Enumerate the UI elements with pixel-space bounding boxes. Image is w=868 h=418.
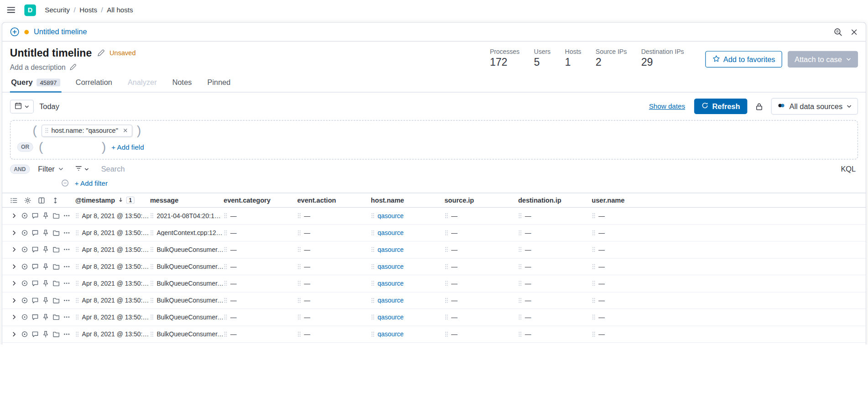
drag-handle-icon[interactable] xyxy=(518,297,522,303)
cell-destination-ip[interactable]: — xyxy=(518,280,592,287)
drag-handle-icon[interactable] xyxy=(371,331,374,337)
cell-source-ip[interactable]: — xyxy=(445,246,518,253)
cell-user-name[interactable]: — xyxy=(592,331,665,338)
data-providers-dropzone[interactable]: ( host.name: "qasource" ) OR ( ) + Add xyxy=(10,120,858,159)
more-actions-icon[interactable] xyxy=(62,263,70,270)
breadcrumb-hosts[interactable]: Hosts xyxy=(79,6,97,14)
drag-handle-icon[interactable] xyxy=(445,280,448,286)
cell-event-action[interactable]: — xyxy=(297,213,371,219)
pin-event-icon[interactable] xyxy=(42,330,49,338)
tab-correlation[interactable]: Correlation xyxy=(74,75,113,93)
cell-host-name[interactable]: qasource xyxy=(371,297,444,304)
cell-event-action[interactable]: — xyxy=(297,297,371,304)
add-to-favorites-button[interactable]: Add to favorites xyxy=(705,51,783,68)
investigate-icon[interactable] xyxy=(21,229,28,236)
drag-handle-icon[interactable] xyxy=(223,297,227,303)
drag-handle-icon[interactable] xyxy=(518,263,522,269)
drag-handle-icon[interactable] xyxy=(223,314,227,320)
new-timeline-icon[interactable] xyxy=(10,27,20,37)
cell-message[interactable]: AgentContext.cpp:125 Agent... xyxy=(150,230,223,236)
expand-row-icon[interactable] xyxy=(10,280,18,286)
drag-handle-icon[interactable] xyxy=(592,297,595,303)
cell-message[interactable]: BulkQueueConsumer.cpp:24... xyxy=(150,331,223,338)
tab-pinned[interactable]: Pinned xyxy=(206,75,232,93)
view-details-icon[interactable] xyxy=(52,297,60,304)
pin-event-icon[interactable] xyxy=(42,280,49,287)
cell-event-category[interactable]: — xyxy=(223,213,297,219)
breadcrumb-security[interactable]: Security xyxy=(45,6,70,14)
more-actions-icon[interactable] xyxy=(62,314,70,321)
add-note-icon[interactable] xyxy=(31,330,39,338)
cell-event-category[interactable]: — xyxy=(223,297,297,304)
cell-event-category[interactable]: — xyxy=(223,314,297,321)
add-note-icon[interactable] xyxy=(31,212,39,219)
pin-event-icon[interactable] xyxy=(42,246,49,253)
tab-notes[interactable]: Notes xyxy=(171,75,193,93)
cell-event-action[interactable]: — xyxy=(297,246,371,253)
drag-handle-icon[interactable] xyxy=(297,246,301,252)
column-header-event-action[interactable]: event.action xyxy=(297,196,371,204)
drag-handle-icon[interactable] xyxy=(518,246,522,252)
date-range-label[interactable]: Today xyxy=(39,102,59,110)
column-header-source-ip[interactable]: source.ip xyxy=(445,196,518,204)
drag-handle-icon[interactable] xyxy=(75,314,79,320)
drag-handle-icon[interactable] xyxy=(150,331,154,337)
refresh-button[interactable]: Refresh xyxy=(694,99,747,114)
expand-row-icon[interactable] xyxy=(10,297,18,303)
drag-handle-icon[interactable] xyxy=(592,213,595,219)
drag-handle-icon[interactable] xyxy=(297,297,301,303)
more-actions-icon[interactable] xyxy=(62,229,70,236)
expand-row-icon[interactable] xyxy=(10,263,18,269)
show-dates-link[interactable]: Show dates xyxy=(649,103,685,110)
column-header-destination-ip[interactable]: destination.ip xyxy=(518,196,592,204)
drag-handle-icon[interactable] xyxy=(592,314,595,320)
drag-handle-icon[interactable] xyxy=(150,213,154,219)
inspect-icon[interactable] xyxy=(834,27,842,36)
cell-host-name[interactable]: qasource xyxy=(371,331,444,338)
columns-icon[interactable] xyxy=(38,196,46,204)
cell-timestamp[interactable]: Apr 8, 2021 @ 13:50:00.185 xyxy=(75,263,150,270)
drag-handle-icon[interactable] xyxy=(297,230,301,235)
drag-handle-icon[interactable] xyxy=(75,263,79,269)
cell-host-name[interactable]: qasource xyxy=(371,280,444,287)
add-note-icon[interactable] xyxy=(31,297,39,304)
add-note-icon[interactable] xyxy=(31,263,39,270)
drag-handle-icon[interactable] xyxy=(75,331,79,337)
drag-handle-icon[interactable] xyxy=(445,314,448,320)
drag-handle-icon[interactable] xyxy=(297,280,301,286)
cell-host-name[interactable]: qasource xyxy=(371,263,444,270)
cell-timestamp[interactable]: Apr 8, 2021 @ 13:50:00.185 xyxy=(75,246,150,253)
investigate-icon[interactable] xyxy=(21,263,28,270)
cell-timestamp[interactable]: Apr 8, 2021 @ 13:50:00.185 xyxy=(75,297,150,304)
expand-row-icon[interactable] xyxy=(10,230,18,235)
row-density-icon[interactable] xyxy=(10,196,18,204)
drag-handle-icon[interactable] xyxy=(45,127,48,133)
drag-handle-icon[interactable] xyxy=(592,263,595,269)
edit-title-icon[interactable] xyxy=(97,49,104,57)
view-details-icon[interactable] xyxy=(52,280,60,287)
cell-timestamp[interactable]: Apr 8, 2021 @ 13:50:00.185 xyxy=(75,331,150,338)
drag-handle-icon[interactable] xyxy=(297,331,301,337)
cell-message[interactable]: BulkQueueConsumer.cpp:24... xyxy=(150,263,223,270)
column-header-user-name[interactable]: user.name xyxy=(592,196,665,204)
cell-user-name[interactable]: — xyxy=(592,246,665,253)
drag-handle-icon[interactable] xyxy=(75,213,79,219)
cell-user-name[interactable]: — xyxy=(592,263,665,270)
drag-handle-icon[interactable] xyxy=(371,213,374,219)
expand-row-icon[interactable] xyxy=(10,314,18,320)
cell-timestamp[interactable]: Apr 8, 2021 @ 13:50:12.281 xyxy=(75,230,150,236)
drag-handle-icon[interactable] xyxy=(150,246,154,252)
drag-handle-icon[interactable] xyxy=(75,297,79,303)
drag-handle-icon[interactable] xyxy=(445,297,448,303)
cell-event-category[interactable]: — xyxy=(223,246,297,253)
data-provider-pill[interactable]: host.name: "qasource" xyxy=(42,124,133,136)
drag-handle-icon[interactable] xyxy=(150,230,154,235)
drag-handle-icon[interactable] xyxy=(371,246,374,252)
cell-source-ip[interactable]: — xyxy=(445,263,518,270)
cell-event-category[interactable]: — xyxy=(223,230,297,236)
pin-event-icon[interactable] xyxy=(42,314,49,321)
timeline-description-placeholder[interactable]: Add a description xyxy=(10,63,66,71)
cell-destination-ip[interactable]: — xyxy=(518,331,592,338)
drag-handle-icon[interactable] xyxy=(371,297,374,303)
cell-message[interactable]: BulkQueueConsumer.cpp:24... xyxy=(150,297,223,304)
